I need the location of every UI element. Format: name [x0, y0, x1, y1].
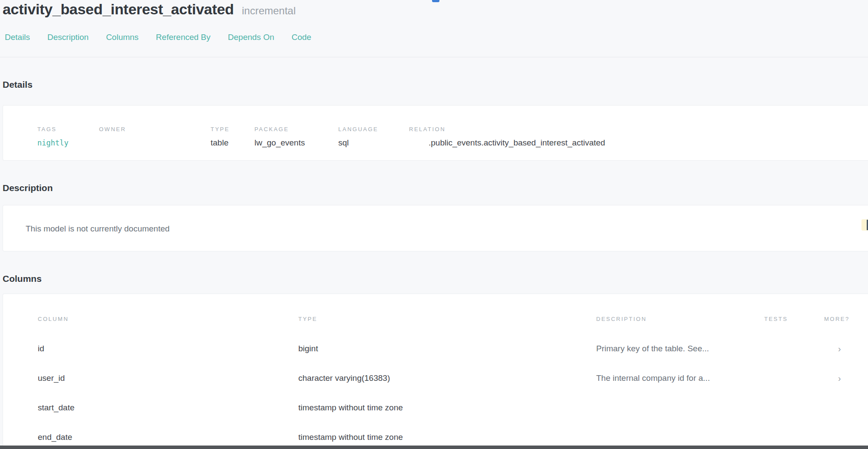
section-nav: Details Description Columns Referenced B… — [0, 33, 868, 57]
cell-type: character varying(16383) — [298, 373, 596, 383]
table-row-start-date[interactable]: start_date timestamp without time zone — [38, 393, 868, 423]
detail-field-relation: RELATION .public_events.activity_based_i… — [409, 126, 868, 148]
table-row-id[interactable]: id bigint Primary key of the table. See.… — [38, 334, 868, 363]
materialization-badge: incremental — [242, 5, 296, 17]
clipped-link-fragment — [432, 0, 439, 2]
detail-value-package: lw_go_events — [254, 138, 338, 148]
detail-label-owner: OWNER — [99, 126, 211, 133]
columns-section-heading: Columns — [3, 272, 868, 285]
details-section-heading: Details — [3, 78, 868, 91]
detail-value-relation: .public_events.activity_based_interest_a… — [409, 138, 868, 148]
table-row-end-date[interactable]: end_date timestamp without time zone — [38, 423, 868, 449]
cell-description: Primary key of the table. See... — [596, 343, 764, 354]
cell-type: bigint — [298, 343, 596, 354]
chevron-right-icon[interactable]: › — [824, 373, 868, 383]
details-fields: TAGS nightly OWNER TYPE table PACKAGE lw… — [37, 126, 868, 148]
clipped-edge-widget — [861, 219, 868, 231]
window-bottom-edge — [0, 446, 868, 449]
cell-type: timestamp without time zone — [298, 432, 596, 442]
cell-column-name: end_date — [38, 432, 298, 442]
detail-label-package: PACKAGE — [254, 126, 338, 133]
detail-field-language: LANGUAGE sql — [338, 126, 409, 148]
description-card: This model is not currently documented — [3, 205, 868, 251]
tag-nightly[interactable]: nightly — [37, 138, 99, 148]
detail-field-package: PACKAGE lw_go_events — [254, 126, 338, 148]
model-header: activity_based_interest_activated increm… — [0, 0, 868, 18]
detail-label-language: LANGUAGE — [338, 126, 409, 133]
detail-value-language: sql — [338, 138, 409, 148]
columns-table-header: COLUMN TYPE DESCRIPTION TESTS MORE? — [38, 316, 868, 323]
cell-column-name: start_date — [38, 403, 298, 413]
details-card: TAGS nightly OWNER TYPE table PACKAGE lw… — [3, 105, 868, 161]
column-header-type: TYPE — [298, 316, 596, 323]
tab-description[interactable]: Description — [47, 33, 89, 42]
chevron-right-icon[interactable]: › — [824, 343, 868, 354]
cell-type: timestamp without time zone — [298, 403, 596, 413]
columns-card: COLUMN TYPE DESCRIPTION TESTS MORE? id b… — [3, 294, 868, 449]
detail-label-type: TYPE — [211, 126, 254, 133]
cell-description: The internal company id for a... — [596, 373, 764, 383]
column-header-column: COLUMN — [38, 316, 298, 323]
column-header-more: MORE? — [824, 316, 868, 323]
detail-field-owner: OWNER — [99, 126, 211, 148]
detail-label-tags: TAGS — [37, 126, 99, 133]
table-row-user-id[interactable]: user_id character varying(16383) The int… — [38, 363, 868, 393]
tab-depends-on[interactable]: Depends On — [228, 33, 274, 42]
detail-field-tags: TAGS nightly — [37, 126, 99, 148]
tab-referenced-by[interactable]: Referenced By — [156, 33, 211, 42]
description-text: This model is not currently documented — [26, 224, 868, 234]
tab-columns[interactable]: Columns — [106, 33, 139, 42]
tab-details[interactable]: Details — [5, 33, 30, 42]
tab-code[interactable]: Code — [291, 33, 311, 42]
page-title: activity_based_interest_activated — [3, 1, 234, 17]
detail-value-type: table — [211, 138, 254, 148]
cell-column-name: id — [38, 343, 298, 354]
column-header-description: DESCRIPTION — [596, 316, 764, 323]
column-header-tests: TESTS — [764, 316, 824, 323]
model-docs-page: activity_based_interest_activated increm… — [0, 0, 868, 449]
detail-label-relation: RELATION — [409, 126, 868, 133]
detail-field-type: TYPE table — [211, 126, 254, 148]
description-section-heading: Description — [3, 182, 868, 195]
cell-column-name: user_id — [38, 373, 298, 383]
